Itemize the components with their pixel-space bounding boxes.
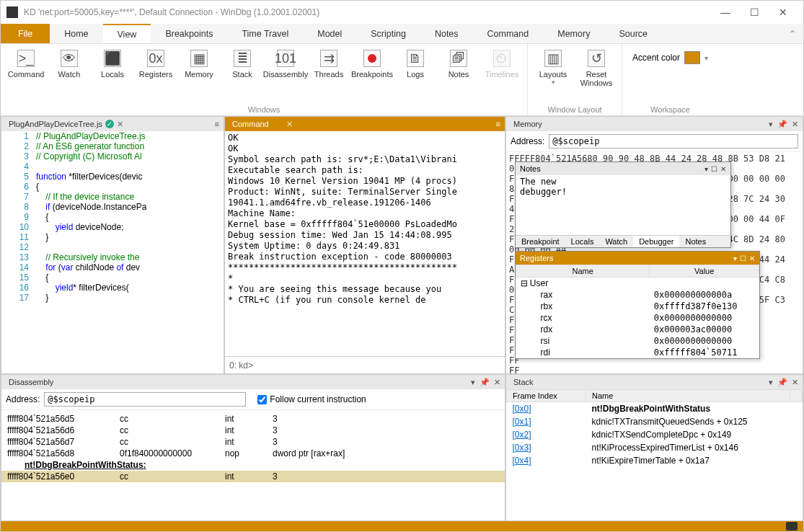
notes-dropdown-icon[interactable]: ▾ xyxy=(704,165,708,173)
ribbon-registers[interactable]: 0xRegisters xyxy=(135,47,177,81)
ribbon-command[interactable]: >_Command xyxy=(5,47,47,81)
close-button[interactable]: ✕ xyxy=(769,2,798,22)
menu-model[interactable]: Model xyxy=(303,24,356,43)
ribbon-logs[interactable]: 🗎Logs xyxy=(394,47,436,81)
ribbon-notes[interactable]: 🗊Notes xyxy=(438,47,480,81)
ribbon-threads[interactable]: ⇉Threads xyxy=(308,47,350,81)
menu-home[interactable]: Home xyxy=(50,24,102,43)
ribbon-memory[interactable]: ▦Memory xyxy=(178,47,220,81)
statusbar xyxy=(1,521,803,531)
app-icon xyxy=(6,6,18,18)
register-row[interactable]: rdx0x000003ac00000 xyxy=(516,324,759,335)
stack-dropdown-icon[interactable]: ▾ xyxy=(769,378,773,387)
command-pane: Command✕ ≡ OKOKSymbol search path is: sr… xyxy=(224,116,505,374)
memory-dropdown-icon[interactable]: ▾ xyxy=(769,120,773,129)
register-row[interactable]: rcx0x0000000000000 xyxy=(516,312,759,324)
register-row[interactable]: rdi0xfffff804`50711 xyxy=(516,347,759,358)
disassembly-body[interactable]: fffff804`521a56d5ccint3fffff804`521a56d6… xyxy=(1,410,505,520)
stack-row[interactable]: [0x0]nt!DbgBreakPointWithStatus xyxy=(507,402,803,416)
ribbon-locals[interactable]: ⬛Locals xyxy=(92,47,133,81)
ribbon-layouts[interactable]: ▥Layouts▾ xyxy=(532,47,574,89)
window-title: KD 'net:port=50005,key=****', Default Co… xyxy=(24,7,711,17)
ribbon-disassembly[interactable]: 101Disassembly xyxy=(265,47,306,81)
disassembly-title: Disassembly xyxy=(9,378,53,386)
disasm-dropdown-icon[interactable]: ▾ xyxy=(471,378,475,387)
menu-command[interactable]: Command xyxy=(473,24,544,43)
command-close-icon[interactable]: ✕ xyxy=(286,120,293,129)
notes-pane: Notes ▾☐✕ The new debugger! BreakpointLo… xyxy=(515,161,731,248)
stack-table: Frame IndexName [0x0]nt!DbgBreakPointWit… xyxy=(506,389,803,467)
memory-title: Memory xyxy=(513,120,542,128)
notes-tab-notes[interactable]: Notes xyxy=(679,236,712,247)
feedback-icon[interactable] xyxy=(786,522,798,531)
notes-close-icon[interactable]: ✕ xyxy=(720,165,726,173)
memory-pin-icon[interactable]: 📌 xyxy=(777,120,787,129)
menu-scripting[interactable]: Scripting xyxy=(356,24,420,43)
notes-tab-debugger[interactable]: Debugger xyxy=(633,236,679,247)
stack-pin-icon[interactable]: 📌 xyxy=(777,378,787,387)
disasm-address-input[interactable] xyxy=(44,392,246,407)
register-row[interactable]: rbx0xffffd387f0e130 xyxy=(516,301,759,312)
registers-restore-icon[interactable]: ☐ xyxy=(740,254,746,262)
ribbon-collapse-icon[interactable]: ⌃ xyxy=(782,24,803,43)
stack-row[interactable]: [0x3]nt!KiProcessExpiredTimerList + 0x14… xyxy=(507,441,803,454)
command-title: Command xyxy=(232,120,269,128)
editor-menu-icon[interactable]: ≡ xyxy=(215,120,219,128)
menu-memory[interactable]: Memory xyxy=(543,24,604,43)
ribbon-breakpoints[interactable]: Breakpoints xyxy=(351,47,393,81)
notes-tab-watch[interactable]: Watch xyxy=(599,236,633,247)
registers-table: NameValue ⊟ User rax0x000000000000arbx0x… xyxy=(516,265,759,358)
menu-view[interactable]: View xyxy=(103,24,151,43)
ribbon-timelines: ⏲Timelines xyxy=(481,47,523,81)
notes-tab-breakpoint[interactable]: Breakpoint xyxy=(516,236,565,247)
register-row[interactable]: rsi0x0000000000000 xyxy=(516,335,759,347)
accent-color-label: Accent color xyxy=(632,53,680,63)
registers-close-icon[interactable]: ✕ xyxy=(749,254,755,262)
memory-close-icon[interactable]: ✕ xyxy=(792,120,798,129)
ribbon-reset-windows[interactable]: ↺Reset Windows xyxy=(575,47,617,90)
disasm-pin-icon[interactable]: 📌 xyxy=(480,378,490,387)
disassembly-pane: Disassembly ▾ 📌 ✕ Address: Follow curren… xyxy=(1,374,505,521)
ribbon-group-windows-label: Windows xyxy=(5,104,523,114)
command-input[interactable]: 0: kd> xyxy=(225,356,505,373)
stack-title: Stack xyxy=(513,378,534,386)
editor-pane: PlugAndPlayDeviceTree.js ✓ ✕ ≡ 1// PlugA… xyxy=(1,116,224,374)
command-output[interactable]: OKOKSymbol search path is: srv*;E:\Data1… xyxy=(225,131,505,356)
editor-body[interactable]: 1// PlugAndPlayDeviceTree.js2// An ES6 g… xyxy=(1,131,224,373)
ribbon-watch[interactable]: 👁Watch xyxy=(48,47,90,81)
accent-dropdown-icon[interactable]: ▾ xyxy=(704,54,708,62)
disasm-close-icon[interactable]: ✕ xyxy=(494,378,500,387)
notes-tab-locals[interactable]: Locals xyxy=(565,236,600,247)
editor-tab-close-icon[interactable]: ✕ xyxy=(117,120,123,129)
notes-restore-icon[interactable]: ☐ xyxy=(711,165,717,173)
menubar: File Home View Breakpoints Time Travel M… xyxy=(1,24,803,44)
notes-body[interactable]: The new debugger! xyxy=(516,175,730,235)
menu-notes[interactable]: Notes xyxy=(420,24,473,43)
ribbon-group-workspace-label: Workspace xyxy=(627,104,714,114)
stack-pane: Stack ▾ 📌 ✕ Frame IndexName [0x0]nt!DbgB… xyxy=(505,374,803,521)
ribbon-stack[interactable]: ≣Stack xyxy=(221,47,263,81)
command-menu-icon[interactable]: ≡ xyxy=(496,120,500,128)
register-row[interactable]: rax0x000000000000a xyxy=(516,289,759,301)
notes-title: Notes xyxy=(520,164,541,173)
stack-row[interactable]: [0x2]kdnic!TXSendCompleteDpc + 0x149 xyxy=(507,428,803,441)
memory-address-label: Address: xyxy=(511,136,544,146)
disasm-address-label: Address: xyxy=(6,394,40,404)
memory-pane: Memory ▾ 📌 ✕ Address: FFFFF804`521A5680 … xyxy=(505,116,803,374)
minimize-button[interactable]: — xyxy=(711,2,740,22)
editor-tab-name[interactable]: PlugAndPlayDeviceTree.js xyxy=(9,120,102,128)
registers-pane: Registers ▾☐✕ NameValue ⊟ User rax0x0000… xyxy=(515,251,760,359)
disasm-follow-checkbox[interactable]: Follow current instruction xyxy=(257,394,366,404)
menu-file[interactable]: File xyxy=(1,24,50,43)
stack-close-icon[interactable]: ✕ xyxy=(792,378,798,387)
menu-source[interactable]: Source xyxy=(604,24,662,43)
menu-breakpoints[interactable]: Breakpoints xyxy=(151,24,227,43)
menu-timetravel[interactable]: Time Travel xyxy=(227,24,303,43)
stack-row[interactable]: [0x1]kdnic!TXTransmitQueuedSends + 0x125 xyxy=(507,415,803,428)
registers-dropdown-icon[interactable]: ▾ xyxy=(733,254,737,262)
maximize-button[interactable]: ☐ xyxy=(740,2,769,22)
memory-address-input[interactable] xyxy=(549,134,798,148)
stack-row[interactable]: [0x4]nt!KiExpireTimerTable + 0x1a7 xyxy=(507,454,803,467)
registers-group[interactable]: ⊟ User xyxy=(516,278,759,290)
accent-color-swatch[interactable] xyxy=(684,51,700,64)
